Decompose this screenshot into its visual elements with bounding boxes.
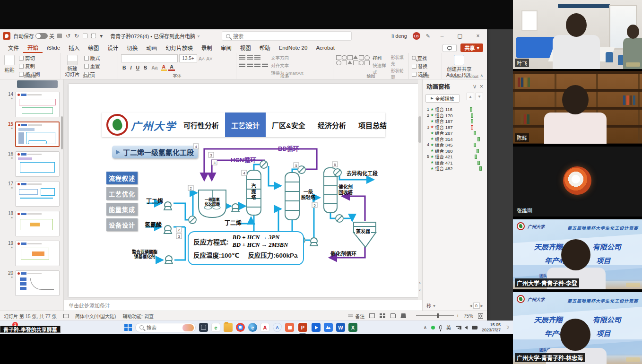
- zoom-level[interactable]: 75%: [464, 313, 473, 319]
- copy-button[interactable]: 复制: [19, 62, 40, 69]
- move-earlier-button[interactable]: ▲: [467, 93, 474, 100]
- slide-counter[interactable]: 幻灯片 第 15 张, 共 77 张: [4, 312, 57, 320]
- font-name-input[interactable]: [121, 54, 178, 62]
- legacy-office-icon[interactable]: [285, 323, 294, 332]
- animation-item[interactable]: 组合 314: [425, 136, 485, 142]
- camera-icon[interactable]: [472, 326, 477, 329]
- restore-button[interactable]: ▢: [454, 33, 466, 39]
- numbering-icon[interactable]: [247, 54, 253, 61]
- video-feed-3[interactable]: 张维刚: [513, 147, 642, 217]
- play-all-button[interactable]: ▶ 全部播放: [425, 94, 460, 103]
- tab-draw[interactable]: 绘图: [84, 43, 103, 52]
- cut-button[interactable]: 剪切: [19, 54, 40, 61]
- ribbon-search-box[interactable]: 搜索: [222, 31, 352, 41]
- slide-canvas[interactable]: 广州大学 可行性分析 工艺设计 厂区&安全 经济分析 项目总结: [69, 84, 418, 297]
- thumbnail-18[interactable]: 18: [4, 211, 61, 236]
- paste-button[interactable]: 粘贴: [3, 54, 16, 74]
- autosave-toggle[interactable]: 自动保存 关: [13, 32, 54, 40]
- thumbnail-partial[interactable]: [17, 80, 58, 88]
- zoom-in-icon[interactable]: +: [456, 313, 459, 319]
- spin-left-icon[interactable]: ◀: [469, 304, 472, 308]
- bullets-icon[interactable]: [239, 54, 245, 61]
- tab-view[interactable]: 视图: [236, 43, 255, 52]
- document-title[interactable]: 青青子矜0726(4) • 已保存到此台电脑 ∨: [110, 32, 200, 40]
- tab-help[interactable]: 帮助: [255, 43, 275, 52]
- tab-insert[interactable]: 插入: [64, 43, 84, 52]
- thumbnail-14[interactable]: 14: [4, 92, 61, 117]
- slide-scrollbar[interactable]: ∧ ∨: [418, 79, 422, 300]
- task-view-button[interactable]: [199, 323, 208, 332]
- spin-right-icon[interactable]: ▶: [481, 304, 483, 308]
- video-feed-5[interactable]: 广州大学 第五届哈南杯大学生化工设计竞赛 天辰齐翔有限公司 年产4万项目 团队成…: [513, 292, 642, 364]
- weather-widget-icon[interactable]: [182, 324, 194, 331]
- animation-item[interactable]: 2组合 170: [425, 113, 485, 119]
- seconds-label[interactable]: 秒: [426, 302, 431, 309]
- shrink-font-icon[interactable]: A˅: [206, 56, 212, 61]
- tray-expand-icon[interactable]: ∧: [424, 325, 427, 330]
- animation-item[interactable]: 1组合 116: [425, 106, 485, 113]
- font-color-button[interactable]: A: [168, 64, 175, 71]
- layout-button[interactable]: 版式: [84, 54, 100, 61]
- excel-icon[interactable]: X: [348, 323, 357, 332]
- animation-item[interactable]: 组合 471: [425, 160, 485, 166]
- speaker-icon[interactable]: [465, 326, 468, 329]
- replace-button[interactable]: 替换: [412, 62, 427, 69]
- animation-item[interactable]: 组合 482: [425, 165, 485, 172]
- tab-islide[interactable]: iSlide: [43, 44, 64, 52]
- reading-view-button[interactable]: [390, 313, 396, 318]
- ie-browser-icon[interactable]: e: [211, 323, 220, 332]
- notes-bar[interactable]: 单击此处添加备注: [64, 300, 422, 311]
- pen-icon[interactable]: ✎: [426, 33, 430, 39]
- strikethrough-button[interactable]: S: [142, 65, 148, 70]
- taskbar-search[interactable]: 搜索: [135, 323, 196, 332]
- tab-transitions[interactable]: 切换: [122, 43, 142, 52]
- tab-acrobat[interactable]: Acrobat: [312, 44, 339, 52]
- acrobat-icon[interactable]: A: [260, 323, 269, 332]
- align-center-icon[interactable]: [247, 62, 253, 68]
- video-feed-4[interactable]: 广州大学 第五届哈南杯大学生化工设计竞赛 天辰齐翔有限公司 年产4万项目 团队成…: [513, 219, 642, 289]
- ime-indicator[interactable]: 英: [446, 324, 451, 331]
- powerpoint-taskbar-active[interactable]: P: [297, 322, 308, 333]
- collapse-ribbon-icon[interactable]: ∧: [480, 73, 483, 78]
- qat-dropdown-icon[interactable]: ▾: [100, 33, 103, 39]
- arrange-button[interactable]: 排列: [373, 54, 388, 61]
- thumbnail-15-selected[interactable]: 15: [4, 121, 61, 147]
- next-slide-button[interactable]: ∨: [418, 287, 422, 293]
- redo-icon[interactable]: ↻: [74, 33, 79, 39]
- tab-endnote[interactable]: EndNote 20: [275, 44, 312, 52]
- underline-button[interactable]: U: [135, 65, 141, 70]
- video-feed-1[interactable]: 叶飞: [513, 0, 642, 69]
- thumbnail-20[interactable]: 20: [4, 270, 61, 296]
- tab-design[interactable]: 设计: [103, 43, 122, 52]
- shape-fill-button[interactable]: 形状填充: [391, 54, 406, 67]
- thumbnail-19[interactable]: 19: [4, 241, 61, 266]
- indent-icon[interactable]: [254, 54, 260, 61]
- tab-review[interactable]: 审阅: [217, 43, 236, 52]
- align-text-button[interactable]: 对齐文本: [271, 62, 304, 69]
- zoom-out-icon[interactable]: −: [411, 313, 414, 319]
- pane-chevron-icon[interactable]: ∨: [473, 83, 477, 90]
- display-settings-icon[interactable]: [63, 314, 69, 318]
- close-button[interactable]: ×: [472, 33, 484, 39]
- thumbnail-16[interactable]: 16: [4, 151, 61, 177]
- text-direction-button[interactable]: 文字方向: [271, 54, 304, 61]
- meeting-tray-icon[interactable]: [431, 326, 435, 329]
- align-right-icon[interactable]: [254, 62, 260, 68]
- avatar[interactable]: LD: [413, 32, 420, 40]
- scrollbar-thumb[interactable]: [418, 116, 421, 143]
- slide-sorter-view-button[interactable]: [380, 313, 385, 318]
- tab-record[interactable]: 录制: [197, 43, 217, 52]
- normal-view-button[interactable]: [369, 313, 375, 318]
- powerpoint-icon[interactable]: [3, 32, 10, 40]
- font-size-input[interactable]: 13.5+: [179, 54, 197, 62]
- animation-item[interactable]: 组合 380: [425, 148, 485, 154]
- tab-file[interactable]: 文件: [4, 43, 23, 52]
- find-button[interactable]: 查找: [412, 54, 427, 61]
- slideshow-icon[interactable]: [83, 34, 87, 38]
- animation-item[interactable]: 组合 187: [425, 118, 485, 124]
- notification-moon-icon[interactable]: ☽: [505, 325, 509, 330]
- bold-button[interactable]: B: [121, 65, 128, 70]
- fit-to-window-button[interactable]: [478, 313, 483, 319]
- word-icon[interactable]: W: [336, 323, 345, 332]
- animation-item[interactable]: 3组合 187: [425, 124, 485, 130]
